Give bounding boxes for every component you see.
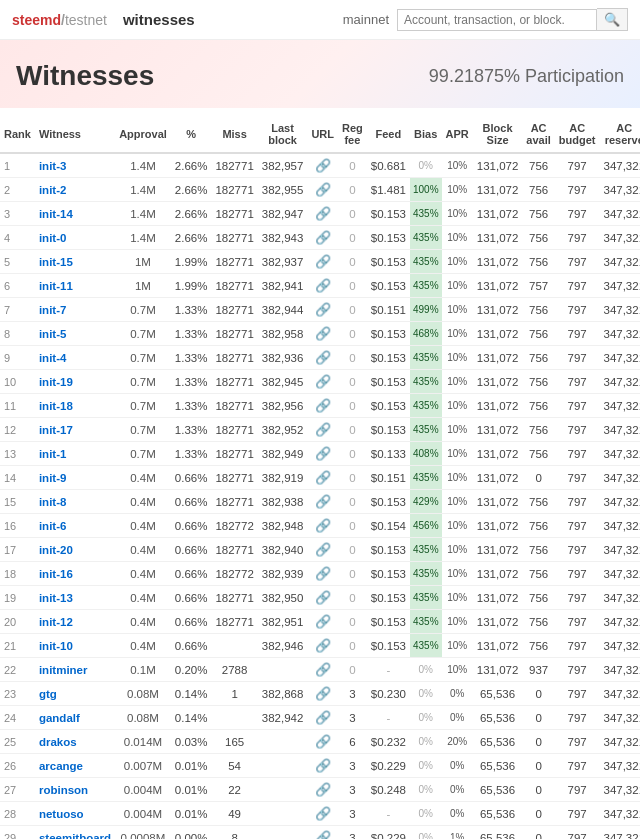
witness-link[interactable]: init-7	[39, 304, 66, 316]
cell-approval: 1M	[115, 274, 171, 298]
cell-ac-avail: 756	[522, 298, 554, 322]
url-link-icon[interactable]: 🔗	[315, 518, 331, 533]
url-link-icon[interactable]: 🔗	[315, 470, 331, 485]
witness-link[interactable]: robinson	[39, 784, 88, 796]
cell-url: 🔗	[307, 706, 338, 730]
cell-reg-fee: 0	[338, 370, 367, 394]
url-link-icon[interactable]: 🔗	[315, 446, 331, 461]
cell-bias: 435%	[410, 202, 442, 226]
mainnet-link[interactable]: mainnet	[343, 12, 389, 27]
witness-link[interactable]: steemitboard	[39, 832, 111, 840]
witness-link[interactable]: init-2	[39, 184, 66, 196]
cell-ac-reserve: 347,321	[599, 418, 640, 442]
witness-link[interactable]: init-11	[39, 280, 73, 292]
url-link-icon[interactable]: 🔗	[315, 686, 331, 701]
url-link-icon[interactable]: 🔗	[315, 782, 331, 797]
witness-link[interactable]: init-13	[39, 592, 73, 604]
url-link-icon[interactable]: 🔗	[315, 158, 331, 173]
url-link-icon[interactable]: 🔗	[315, 422, 331, 437]
witness-link[interactable]: init-16	[39, 568, 73, 580]
table-row: 11init-180.7M1.33%182771382,956🔗0$0.1534…	[0, 394, 640, 418]
witness-link[interactable]: init-4	[39, 352, 66, 364]
cell-rank: 19	[0, 586, 35, 610]
cell-witness: init-6	[35, 514, 115, 538]
cell-approval: 0.1M	[115, 658, 171, 682]
witness-link[interactable]: init-3	[39, 160, 66, 172]
url-link-icon[interactable]: 🔗	[315, 302, 331, 317]
witness-link[interactable]: init-19	[39, 376, 73, 388]
cell-ac-avail: 937	[522, 658, 554, 682]
url-link-icon[interactable]: 🔗	[315, 614, 331, 629]
witness-link[interactable]: init-1	[39, 448, 66, 460]
cell-ac-avail: 756	[522, 490, 554, 514]
cell-approval: 0.007M	[115, 754, 171, 778]
url-link-icon[interactable]: 🔗	[315, 182, 331, 197]
cell-feed: $0.153	[367, 370, 410, 394]
url-link-icon[interactable]: 🔗	[315, 830, 331, 839]
cell-last-block	[258, 658, 308, 682]
witness-link[interactable]: gandalf	[39, 712, 80, 724]
cell-last-block	[258, 730, 308, 754]
search-button[interactable]: 🔍	[597, 8, 628, 31]
url-link-icon[interactable]: 🔗	[315, 542, 331, 557]
url-link-icon[interactable]: 🔗	[315, 278, 331, 293]
url-link-icon[interactable]: 🔗	[315, 590, 331, 605]
url-link-icon[interactable]: 🔗	[315, 494, 331, 509]
url-link-icon[interactable]: 🔗	[315, 758, 331, 773]
witness-link[interactable]: init-5	[39, 328, 66, 340]
cell-witness: init-9	[35, 466, 115, 490]
witness-link[interactable]: netuoso	[39, 808, 84, 820]
witness-link[interactable]: arcange	[39, 760, 83, 772]
url-link-icon[interactable]: 🔗	[315, 206, 331, 221]
witness-link[interactable]: gtg	[39, 688, 57, 700]
url-link-icon[interactable]: 🔗	[315, 662, 331, 677]
url-link-icon[interactable]: 🔗	[315, 638, 331, 653]
url-link-icon[interactable]: 🔗	[315, 710, 331, 725]
witness-link[interactable]: initminer	[39, 664, 88, 676]
url-link-icon[interactable]: 🔗	[315, 230, 331, 245]
cell-ac-reserve: 347,321	[599, 490, 640, 514]
witness-link[interactable]: init-0	[39, 232, 66, 244]
site-name[interactable]: steemd	[12, 12, 61, 28]
witness-link[interactable]: init-6	[39, 520, 66, 532]
url-link-icon[interactable]: 🔗	[315, 254, 331, 269]
cell-miss: 182771	[211, 274, 257, 298]
witness-link[interactable]: init-10	[39, 640, 73, 652]
cell-url: 🔗	[307, 394, 338, 418]
cell-ac-reserve: 347,321	[599, 658, 640, 682]
cell-approval: 1.4M	[115, 153, 171, 178]
cell-rank: 4	[0, 226, 35, 250]
url-link-icon[interactable]: 🔗	[315, 734, 331, 749]
witness-link[interactable]: init-9	[39, 472, 66, 484]
cell-apr: 10%	[442, 153, 473, 178]
witness-link[interactable]: init-12	[39, 616, 73, 628]
cell-pct: 0.03%	[171, 730, 212, 754]
url-link-icon[interactable]: 🔗	[315, 806, 331, 821]
cell-miss: 182771	[211, 418, 257, 442]
witness-link[interactable]: init-14	[39, 208, 73, 220]
cell-ac-reserve: 347,321	[599, 274, 640, 298]
cell-ac-budget: 797	[555, 370, 600, 394]
url-link-icon[interactable]: 🔗	[315, 326, 331, 341]
cell-reg-fee: 3	[338, 706, 367, 730]
witness-link[interactable]: init-8	[39, 496, 66, 508]
witness-link[interactable]: init-15	[39, 256, 73, 268]
url-link-icon[interactable]: 🔗	[315, 374, 331, 389]
witness-link[interactable]: drakos	[39, 736, 77, 748]
cell-reg-fee: 3	[338, 754, 367, 778]
witness-link[interactable]: init-17	[39, 424, 73, 436]
search-input[interactable]	[397, 9, 597, 31]
witnesses-table: Rank Witness Approval % Miss Lastblock U…	[0, 116, 640, 839]
witness-link[interactable]: init-18	[39, 400, 73, 412]
cell-rank: 28	[0, 802, 35, 826]
site-logo[interactable]: steemd/testnet	[12, 12, 107, 28]
witness-link[interactable]: init-20	[39, 544, 73, 556]
url-link-icon[interactable]: 🔗	[315, 566, 331, 581]
cell-ac-reserve: 347,321	[599, 754, 640, 778]
cell-pct: 0.66%	[171, 466, 212, 490]
cell-reg-fee: 3	[338, 682, 367, 706]
url-link-icon[interactable]: 🔗	[315, 398, 331, 413]
cell-miss: 2788	[211, 658, 257, 682]
url-link-icon[interactable]: 🔗	[315, 350, 331, 365]
cell-reg-fee: 0	[338, 202, 367, 226]
